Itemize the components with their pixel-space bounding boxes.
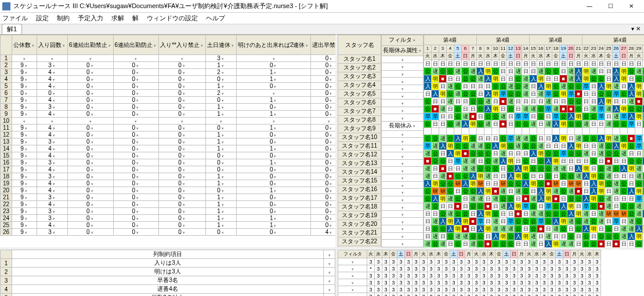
shift-cell[interactable]: ■ [628,135,635,142]
weekday-header[interactable]: 月 [575,53,583,60]
shift-cell[interactable]: 公 [567,173,575,180]
shift-cell[interactable]: 遅 [613,135,620,142]
summary-row-header[interactable]: 15 [1,152,12,159]
summary-cell[interactable]: 0▾ [68,145,114,152]
shift-cell[interactable]: ■ [500,98,507,105]
shift-cell[interactable]: 遅 [628,218,635,225]
cv-value-cell[interactable]: 3 [571,265,578,272]
shift-cell[interactable]: 遅 [620,150,628,158]
shift-cell[interactable]: 日 [522,240,530,248]
shift-cell[interactable]: 遅 [447,83,454,90]
shift-cell[interactable]: ■ [635,98,643,105]
shift-cell[interactable]: 入 [477,210,484,218]
weekday-header[interactable]: 水 [432,53,439,60]
shift-cell[interactable] [469,128,477,135]
shift-cell[interactable]: 公 [552,90,560,98]
shift-cell[interactable]: 日 [424,218,432,225]
shift-cell[interactable]: 明 [583,68,590,75]
cv-value-cell[interactable]: 3 [375,286,382,293]
summary-row-header[interactable]: 6 [1,90,12,97]
summary-cell[interactable]: 1▾ [205,104,236,111]
shift-cell[interactable]: 日 [567,165,575,173]
shift-cell[interactable] [628,128,635,135]
shift-cell[interactable]: 遅 [552,165,560,173]
shift-cell[interactable]: 明 [567,203,575,210]
summary-cell[interactable]: 0▾ [113,97,159,104]
shift-cell[interactable] [492,128,500,135]
shift-cell[interactable]: 研 [432,188,439,195]
shift-cell[interactable]: 入 [537,188,545,195]
summary-cell[interactable]: 0▾ [236,152,311,159]
shift-cell[interactable]: 日 [424,60,432,68]
cv-value-cell[interactable]: 3 [526,279,533,286]
weekday-header[interactable]: 土 [454,53,462,60]
shift-cell[interactable]: 日 [583,180,590,188]
shift-cell[interactable]: 明 [545,188,552,195]
summary-row-header[interactable]: 14 [1,145,12,152]
shift-cell[interactable]: 日 [432,165,439,173]
shift-cell[interactable]: ■ [439,75,447,83]
shift-cell[interactable]: 日 [477,158,484,165]
cv-value-cell[interactable]: 3 [578,293,586,297]
shift-cell[interactable]: 明 [620,68,628,75]
summary-cell[interactable]: 0▾ [311,125,338,131]
day-num-header[interactable]: 19 [560,45,567,53]
day-num-header[interactable]: 7 [469,45,477,53]
shift-cell[interactable]: 早 [477,218,484,225]
staff-attr-cell[interactable]: ▾ [382,225,424,233]
shift-cell[interactable]: 入 [477,225,484,233]
shift-cell[interactable]: 日 [507,150,515,158]
cv-value-cell[interactable]: 3 [533,293,541,297]
shift-cell[interactable]: 遅 [507,225,515,233]
shift-cell[interactable]: 公 [500,240,507,248]
shift-cell[interactable]: 入 [628,90,635,98]
summary-row-header[interactable]: 22 [1,201,12,208]
shift-cell[interactable]: 明 [575,142,583,150]
shift-cell[interactable]: 明 [590,195,598,203]
summary-cell[interactable]: 0▾ [236,208,311,215]
shift-cell[interactable]: 日 [530,158,537,165]
shift-cell[interactable]: 日 [560,68,567,75]
shift-cell[interactable]: 入 [567,210,575,218]
cv-value-cell[interactable]: 3 [428,258,435,265]
shift-cell[interactable]: 日 [424,233,432,240]
shift-cell[interactable]: 入 [477,68,484,75]
summary-cell[interactable]: 0▾ [236,83,311,90]
constraints-pane[interactable]: 列制約項目▾1入りは3人▾2明けは3人▾3早番3名▾4遅番4名▾5日勤2名以上▾… [0,250,338,296]
shift-cell[interactable]: 公 [575,218,583,225]
cv-value-cell[interactable]: 3 [375,272,382,279]
summary-row-header[interactable]: 18 [1,173,12,180]
shift-cell[interactable]: 公 [424,120,432,128]
shift-cell[interactable]: 日 [484,233,492,240]
shift-cell[interactable]: 入 [628,233,635,240]
cv-value-cell[interactable]: 3 [465,265,473,272]
shift-cell[interactable]: 公 [613,233,620,240]
cv-value-cell[interactable]: 3 [526,265,533,272]
shift-cell[interactable]: 公 [590,203,598,210]
summary-cell[interactable]: 0▾ [113,229,159,236]
shift-cell[interactable]: 日 [560,158,567,165]
weekday-header[interactable]: 木 [598,53,605,60]
staff-attr-cell[interactable]: ▾ [382,232,424,240]
shift-cell[interactable]: 遅 [530,233,537,240]
shift-cell[interactable]: 研 [605,210,613,218]
shift-cell[interactable]: 日 [492,60,500,68]
shift-cell[interactable]: ■ [432,105,439,113]
shift-cell[interactable]: 公 [575,225,583,233]
summary-row-header[interactable]: 19 [1,180,12,187]
weekday-header[interactable]: 水 [484,53,492,60]
cv-value-cell[interactable]: 3 [563,265,571,272]
shift-cell[interactable]: 日 [620,173,628,180]
shift-cell[interactable]: 早 [522,203,530,210]
shift-cell[interactable]: 公 [560,225,567,233]
cv-value-cell[interactable]: 3 [382,258,390,265]
summary-cell[interactable]: 9▾ [12,145,37,152]
shift-cell[interactable]: 遅 [507,83,515,90]
shift-cell[interactable]: 明 [484,225,492,233]
staff-attr-cell[interactable]: ▾ [382,78,424,85]
summary-cell[interactable]: 1▾ [205,194,236,201]
menu-constraints[interactable]: 制約 [57,14,70,23]
shift-cell[interactable]: 遅 [598,218,605,225]
day-num-header[interactable]: 2 [432,45,439,53]
shift-cell[interactable]: 公 [628,142,635,150]
